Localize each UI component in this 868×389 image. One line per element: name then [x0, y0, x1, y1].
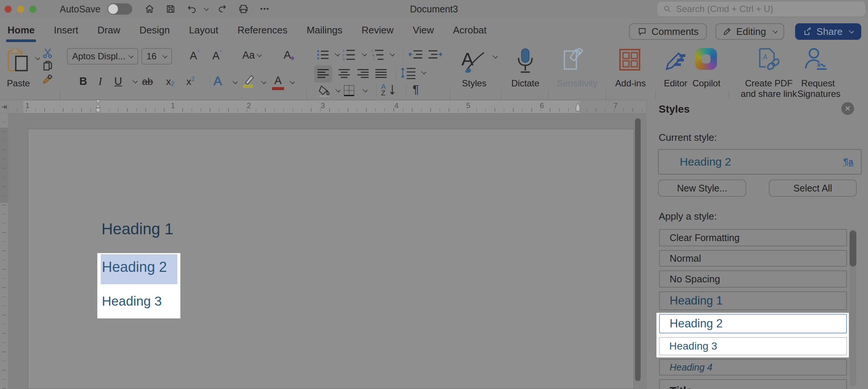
- numbering-chevron-icon[interactable]: [362, 51, 367, 57]
- grow-font-button[interactable]: Aˆ: [190, 50, 200, 62]
- copy-icon[interactable]: [42, 60, 53, 71]
- create-pdf-button[interactable]: A: [757, 47, 779, 71]
- shading-button[interactable]: [318, 84, 331, 97]
- new-style-button[interactable]: New Style...: [658, 179, 746, 197]
- editor-button[interactable]: [664, 48, 688, 71]
- align-left-button[interactable]: [314, 65, 332, 83]
- tab-design[interactable]: Design: [139, 24, 171, 36]
- line-spacing-chevron-icon[interactable]: [421, 69, 426, 75]
- highlight-chevron-icon[interactable]: [261, 79, 266, 84]
- tab-draw[interactable]: Draw: [97, 24, 121, 36]
- increase-indent-button[interactable]: [428, 49, 443, 61]
- shading-chevron-icon[interactable]: [336, 87, 341, 93]
- font-color-chevron-icon[interactable]: [290, 79, 295, 84]
- select-all-button[interactable]: Select All: [769, 179, 857, 197]
- tab-selector[interactable]: [0, 101, 8, 113]
- highlight-color-button[interactable]: [240, 74, 256, 89]
- style-item-clear-formatting[interactable]: Clear Formatting: [659, 229, 847, 246]
- undo-icon[interactable]: [187, 4, 197, 14]
- style-list-scrollbar-thumb[interactable]: [850, 231, 856, 267]
- document-heading-3[interactable]: Heading 3: [102, 294, 162, 309]
- multilevel-list-button[interactable]: 1ai: [370, 48, 385, 62]
- current-style-box[interactable]: Heading 2 ¶a: [658, 149, 862, 175]
- redo-icon[interactable]: [216, 4, 227, 14]
- style-item-normal[interactable]: Normal: [659, 250, 847, 267]
- addins-button[interactable]: [618, 48, 641, 71]
- shrink-font-button[interactable]: Aˇ: [212, 50, 222, 62]
- share-button[interactable]: Share: [795, 23, 861, 40]
- tab-acrobat[interactable]: Acrobat: [452, 24, 487, 36]
- sort-button[interactable]: AZ: [381, 83, 386, 96]
- styles-chevron-icon[interactable]: [493, 54, 498, 59]
- tab-view[interactable]: View: [412, 24, 435, 36]
- underline-button[interactable]: U: [114, 75, 122, 87]
- document-scrollbar[interactable]: [635, 118, 641, 381]
- align-right-button[interactable]: [356, 68, 370, 80]
- justify-button[interactable]: [374, 68, 388, 80]
- horizontal-ruler[interactable]: 1 1 2 3 4 5 6 7: [8, 101, 654, 113]
- underline-chevron-icon[interactable]: [133, 78, 138, 84]
- multilevel-chevron-icon[interactable]: [390, 51, 395, 57]
- home-icon[interactable]: [145, 4, 154, 14]
- tab-home[interactable]: Home: [7, 24, 35, 36]
- borders-chevron-icon[interactable]: [363, 87, 368, 93]
- tab-references[interactable]: References: [237, 24, 288, 36]
- more-commands-icon[interactable]: •••: [260, 5, 269, 13]
- paste-button[interactable]: [7, 48, 30, 73]
- bold-button[interactable]: B: [79, 75, 87, 87]
- numbering-button[interactable]: 123: [342, 48, 356, 62]
- search-input[interactable]: Search (Cmd + Ctrl + U): [658, 2, 865, 16]
- cut-icon[interactable]: [42, 47, 53, 59]
- text-effects-button[interactable]: A: [213, 74, 222, 88]
- minimize-window-button[interactable]: [17, 6, 24, 13]
- strikethrough-button[interactable]: ab: [142, 76, 153, 87]
- style-item-heading-1[interactable]: Heading 1: [659, 291, 847, 310]
- styles-pane-button[interactable]: A: [461, 49, 488, 74]
- paragraph-marks-button[interactable]: ¶: [413, 83, 419, 96]
- line-spacing-button[interactable]: [401, 66, 416, 80]
- tab-insert[interactable]: Insert: [53, 24, 79, 36]
- vertical-ruler[interactable]: [0, 113, 8, 389]
- style-item-title[interactable]: Title: [659, 379, 847, 389]
- right-indent-marker[interactable]: [575, 102, 581, 112]
- style-item-heading-3[interactable]: Heading 3: [659, 337, 847, 355]
- borders-button[interactable]: [343, 84, 355, 97]
- document-heading-1[interactable]: Heading 1: [101, 220, 173, 238]
- style-item-heading-2[interactable]: Heading 2: [659, 314, 847, 333]
- close-pane-button[interactable]: ✕: [841, 102, 854, 115]
- comments-button[interactable]: Comments: [629, 23, 707, 40]
- close-window-button[interactable]: [5, 6, 12, 13]
- format-painter-icon[interactable]: [41, 73, 53, 85]
- editing-mode-button[interactable]: Editing: [715, 23, 784, 40]
- document-heading-2[interactable]: Heading 2: [102, 259, 167, 275]
- font-color-button[interactable]: A: [272, 74, 284, 90]
- bullets-button[interactable]: [316, 49, 330, 61]
- change-case-button[interactable]: Aa: [242, 50, 261, 61]
- zoom-window-button[interactable]: [29, 6, 36, 13]
- save-icon[interactable]: [166, 4, 175, 14]
- paste-dropdown-chevron[interactable]: [35, 55, 40, 60]
- bullets-chevron-icon[interactable]: [335, 51, 340, 57]
- dictate-button[interactable]: [516, 47, 535, 74]
- autosave-toggle[interactable]: [107, 3, 132, 15]
- paragraph-char-style-icon[interactable]: ¶a: [843, 157, 853, 167]
- tab-mailings[interactable]: Mailings: [306, 24, 343, 36]
- tab-layout[interactable]: Layout: [188, 24, 219, 36]
- style-item-heading-4[interactable]: Heading 4: [659, 359, 847, 375]
- font-size-select[interactable]: 16: [141, 48, 172, 65]
- indent-marker[interactable]: [95, 99, 101, 114]
- copilot-button[interactable]: [695, 48, 717, 70]
- subscript-button[interactable]: x2: [166, 76, 174, 87]
- text-effects-chevron-icon[interactable]: [233, 79, 238, 84]
- undo-dropdown-chevron[interactable]: [204, 6, 209, 11]
- request-signatures-button[interactable]: x: [804, 47, 828, 71]
- tab-review[interactable]: Review: [361, 24, 394, 36]
- print-icon[interactable]: [238, 4, 249, 14]
- decrease-indent-button[interactable]: [408, 49, 423, 61]
- style-item-no-spacing[interactable]: No Spacing: [659, 270, 847, 288]
- italic-button[interactable]: I: [98, 75, 102, 87]
- align-center-button[interactable]: [337, 68, 351, 80]
- superscript-button[interactable]: x2: [186, 76, 195, 87]
- clear-formatting-button[interactable]: A ◆: [284, 49, 295, 61]
- document-viewport[interactable]: Heading 1 Heading 2 Heading 3: [8, 113, 646, 389]
